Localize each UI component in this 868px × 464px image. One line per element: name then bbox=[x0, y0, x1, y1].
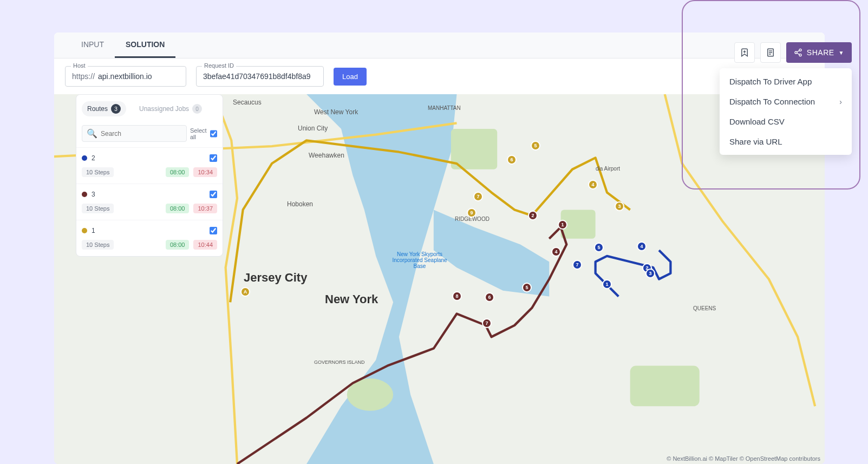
map-marker[interactable]: 7 bbox=[482, 318, 492, 328]
map-label-manhattan: MANHATTAN bbox=[428, 105, 461, 111]
map-label-governors: GOVERNORS ISLAND bbox=[314, 360, 365, 365]
route-steps-badge: 10 Steps bbox=[82, 167, 114, 177]
route-end-time: 10:34 bbox=[193, 167, 217, 177]
route-color-dot bbox=[82, 155, 87, 161]
host-prefix: https:// bbox=[72, 72, 95, 81]
select-all-label: Select all bbox=[190, 127, 207, 140]
svg-line-15 bbox=[797, 50, 800, 52]
report-button[interactable] bbox=[760, 42, 781, 63]
request-id-field-wrap: Request ID bbox=[196, 66, 324, 87]
share-icon bbox=[794, 48, 802, 57]
map-label-union-city: Union City bbox=[298, 125, 328, 132]
tab-input[interactable]: INPUT bbox=[70, 32, 115, 58]
bookmark-button[interactable] bbox=[734, 42, 755, 63]
share-item-label: Share via URL bbox=[729, 137, 782, 146]
svg-point-11 bbox=[799, 49, 801, 51]
tab-solution[interactable]: SOLUTION bbox=[115, 32, 175, 58]
share-menu-item[interactable]: Dispatch To Connection› bbox=[720, 92, 852, 112]
svg-line-14 bbox=[797, 53, 800, 55]
route-color-dot bbox=[82, 228, 87, 233]
route-item[interactable]: 2 10 Steps 08:00 10:34 bbox=[76, 147, 223, 184]
route-color-dot bbox=[82, 192, 87, 197]
map-marker[interactable]: 5 bbox=[594, 243, 604, 252]
svg-point-12 bbox=[795, 51, 797, 54]
host-field-wrap: Host https:// bbox=[65, 66, 186, 87]
map-label-airport: dia Airport bbox=[596, 166, 620, 172]
load-button[interactable]: Load bbox=[334, 68, 367, 86]
share-menu-item[interactable]: Download CSV bbox=[720, 112, 852, 132]
share-menu: Dispatch To Driver AppDispatch To Connec… bbox=[720, 68, 852, 155]
route-checkbox[interactable] bbox=[210, 227, 217, 234]
route-start-time: 08:00 bbox=[166, 167, 190, 177]
search-icon: 🔍 bbox=[87, 128, 97, 139]
map-marker[interactable]: 6 bbox=[507, 155, 517, 165]
route-checkbox[interactable] bbox=[210, 154, 217, 162]
map-label-weehawken: Weehawken bbox=[309, 152, 344, 159]
unassigned-count-badge: 0 bbox=[192, 104, 202, 114]
map-marker[interactable]: 2 bbox=[528, 211, 538, 220]
request-id-input[interactable] bbox=[203, 72, 317, 81]
routes-search[interactable]: 🔍 bbox=[82, 125, 187, 142]
map-marker[interactable]: 8 bbox=[452, 291, 462, 301]
map-label-hoboken: Hoboken bbox=[287, 200, 313, 208]
map-marker[interactable]: 5 bbox=[522, 283, 532, 292]
controls-row: Host https:// Request ID Load bbox=[54, 58, 825, 94]
map-marker[interactable]: 5 bbox=[531, 141, 540, 151]
routes-tab[interactable]: Routes 3 bbox=[82, 101, 126, 116]
svg-rect-3 bbox=[630, 366, 700, 407]
map-marker[interactable]: 1 bbox=[602, 279, 612, 289]
route-start-time: 08:00 bbox=[166, 240, 190, 250]
select-all-checkbox[interactable] bbox=[210, 130, 217, 138]
map-marker[interactable]: 3 bbox=[645, 269, 655, 278]
route-checkbox[interactable] bbox=[210, 191, 217, 198]
map-marker[interactable]: 9 bbox=[467, 208, 477, 218]
route-item[interactable]: 1 10 Steps 08:00 10:44 bbox=[76, 220, 223, 256]
route-steps-badge: 10 Steps bbox=[82, 204, 114, 213]
caret-down-icon: ▼ bbox=[839, 50, 844, 56]
map-label-jersey-city: Jersey City bbox=[244, 271, 307, 285]
bookmark-plus-icon bbox=[740, 48, 749, 57]
svg-point-13 bbox=[799, 54, 801, 56]
route-start-time: 08:00 bbox=[166, 204, 190, 213]
unassigned-tab[interactable]: Unassigned Jobs 0 bbox=[134, 101, 207, 116]
map-marker[interactable]: 1 bbox=[558, 220, 567, 230]
route-end-time: 10:37 bbox=[193, 204, 217, 213]
share-item-label: Dispatch To Connection bbox=[729, 97, 815, 106]
route-end-time: 10:44 bbox=[193, 240, 217, 250]
share-menu-item[interactable]: Share via URL bbox=[720, 132, 852, 152]
map-attribution: © NextBillion.ai © MapTiler © OpenStreet… bbox=[667, 455, 820, 462]
map-marker[interactable]: 4 bbox=[588, 180, 598, 189]
map-label-queens: QUEENS bbox=[693, 305, 716, 311]
host-label: Host bbox=[71, 62, 88, 69]
map-marker[interactable]: 3 bbox=[615, 201, 624, 211]
map-label-skyports: New York Skyports Incorporated Seaplane … bbox=[390, 251, 449, 269]
map-marker[interactable]: 4 bbox=[551, 247, 561, 257]
search-input[interactable] bbox=[101, 130, 182, 138]
map-marker[interactable]: A bbox=[240, 287, 250, 297]
chevron-right-icon: › bbox=[839, 97, 842, 106]
routes-count-badge: 3 bbox=[111, 104, 121, 114]
unassigned-tab-label: Unassigned Jobs bbox=[139, 105, 189, 113]
map-marker[interactable]: 6 bbox=[485, 292, 494, 302]
routes-panel: Routes 3 Unassigned Jobs 0 🔍 Select all bbox=[76, 94, 223, 257]
map-label-secaucus: Secaucus bbox=[233, 99, 262, 106]
route-name: 2 bbox=[92, 154, 205, 162]
request-id-label: Request ID bbox=[202, 62, 236, 69]
route-name: 3 bbox=[92, 191, 205, 198]
routes-tab-label: Routes bbox=[87, 105, 108, 113]
route-steps-badge: 10 Steps bbox=[82, 240, 114, 250]
share-button-label: SHARE bbox=[807, 48, 834, 57]
map-label-west-ny: West New York bbox=[314, 108, 358, 116]
share-item-label: Download CSV bbox=[729, 117, 785, 126]
map-marker[interactable]: 7 bbox=[572, 260, 582, 270]
route-item[interactable]: 3 10 Steps 08:00 10:37 bbox=[76, 184, 223, 220]
share-button[interactable]: SHARE ▼ bbox=[786, 42, 852, 63]
top-tabs: INPUT SOLUTION bbox=[54, 32, 825, 58]
share-menu-item[interactable]: Dispatch To Driver App bbox=[720, 71, 852, 92]
host-input[interactable] bbox=[98, 72, 179, 81]
map-label-new-york: New York bbox=[325, 292, 378, 306]
route-name: 1 bbox=[92, 227, 205, 234]
map-marker[interactable]: 7 bbox=[473, 192, 483, 201]
map-marker[interactable]: 4 bbox=[637, 241, 647, 251]
share-item-label: Dispatch To Driver App bbox=[729, 77, 812, 86]
